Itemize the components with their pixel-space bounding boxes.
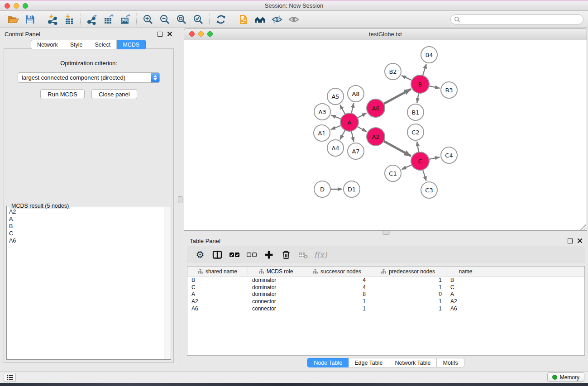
close-window-button[interactable] [5,3,10,9]
table-cell[interactable]: 0 [370,291,446,297]
graph-node-C3[interactable]: C3 [421,182,437,198]
graph-node-A5[interactable]: A5 [327,88,344,105]
delete-row-button[interactable] [277,248,295,262]
table-cell[interactable]: A [187,291,248,297]
mcds-result-item[interactable]: A [9,215,164,223]
minimize-window-button[interactable] [14,3,19,9]
column-header-name[interactable]: name [446,267,485,276]
table-cell[interactable]: 1 [304,298,370,305]
tab-node-table[interactable]: Node Table [307,358,349,367]
run-mcds-button[interactable]: Run MCDS [40,89,85,99]
show-all-button[interactable] [285,13,302,26]
network-minimize-button[interactable] [198,31,204,37]
graph-node-A2[interactable]: A2 [367,128,385,146]
refresh-button[interactable] [212,13,229,26]
tab-style[interactable]: Style [64,40,89,49]
column-header-successor-nodes[interactable]: successor nodes [304,267,370,276]
table-row[interactable]: A6connector11A6 [187,305,584,312]
graph-node-D1[interactable]: D1 [344,181,360,197]
add-row-button[interactable] [260,248,277,262]
table-cell[interactable]: B [446,277,485,283]
table-row[interactable]: Adominator80A [187,291,584,298]
deselect-all-button[interactable] [243,248,260,262]
table-settings-button[interactable]: ⚙ [191,248,209,262]
table-row[interactable]: A2connector11A2 [187,298,584,305]
table-cell[interactable]: 1 [370,298,446,305]
table-cell[interactable]: B [187,277,248,283]
network-zoom-button[interactable] [207,31,213,37]
zoom-window-button[interactable] [23,3,28,9]
mcds-result-item[interactable]: A2 [9,208,164,215]
graph-node-B1[interactable]: B1 [407,104,424,120]
float-panel-icon[interactable] [158,32,163,37]
mcds-result-item[interactable]: C [9,230,164,237]
vertical-split-divider[interactable] [177,28,184,371]
tab-edge-table[interactable]: Edge Table [349,358,389,367]
graph-node-C[interactable]: C [411,152,429,170]
graph-node-C2[interactable]: C2 [407,124,424,140]
export-network-button[interactable] [83,13,100,26]
graph-node-B4[interactable]: B4 [421,47,437,63]
graph-node-A[interactable]: A [340,113,359,131]
export-table-button[interactable] [100,13,117,26]
table-cell[interactable]: A [446,291,485,297]
table-cell[interactable]: dominator [248,291,304,297]
table-row[interactable]: Cdominator41C [187,284,584,291]
graph-node-A7[interactable]: A7 [348,143,364,159]
network-graph[interactable]: B4B2BB3A8A5A6A3B1AC2A1A2A4A7C4CC1C3DD1 [184,40,588,230]
zoom-out-button[interactable] [156,13,173,26]
network-close-button[interactable] [189,31,195,37]
tab-network[interactable]: Network [31,40,64,49]
zoom-fit-button[interactable] [173,13,190,26]
save-session-button[interactable] [21,13,38,26]
import-table-button[interactable] [61,13,77,26]
table-cell[interactable]: connector [248,298,304,305]
new-network-from-selection-button[interactable] [235,13,252,26]
table-cell[interactable]: 4 [304,277,370,283]
tab-motifs[interactable]: Motifs [437,358,464,367]
table-cell[interactable]: A6 [187,305,248,312]
mcds-result-item[interactable]: B [9,223,164,230]
table-cell[interactable]: 1 [370,277,446,283]
column-header-shared-name[interactable]: shared name [187,267,248,276]
graph-node-A4[interactable]: A4 [327,140,344,156]
network-canvas[interactable]: B4B2BB3A8A5A6A3B1AC2A1A2A4A7C4CC1C3DD1 [184,40,587,230]
float-panel-icon[interactable] [568,238,573,243]
open-session-button[interactable] [5,13,21,26]
graph-node-A8[interactable]: A8 [348,86,364,102]
table-cell[interactable]: C [187,284,248,291]
table-cell[interactable]: dominator [248,277,304,283]
zoom-selected-button[interactable] [190,13,206,26]
import-network-button[interactable] [44,13,61,26]
table-cell[interactable]: 1 [370,305,446,312]
close-panel-icon[interactable] [578,238,582,243]
graph-node-A6[interactable]: A6 [367,99,385,117]
column-header-MCDS-role[interactable]: MCDS role [248,267,304,276]
hide-selected-button[interactable] [268,13,285,26]
table-cell[interactable]: connector [248,305,304,312]
divider-grip-icon[interactable] [178,196,182,203]
mcds-result-item[interactable]: A6 [9,237,164,244]
criterion-dropdown[interactable]: largest connected component (directed) [18,72,160,83]
horizontal-split-divider[interactable] [184,231,588,235]
tab-network-table[interactable]: Network Table [389,358,437,367]
close-panel-button[interactable]: Close panel [91,89,137,99]
column-header-predecessor-nodes[interactable]: predecessor nodes [370,267,446,276]
split-panel-button[interactable] [209,248,226,262]
search-input[interactable] [463,16,580,23]
memory-button[interactable]: Memory [547,372,584,382]
result-scrollbar[interactable] [164,207,170,359]
select-all-button[interactable] [226,248,243,262]
graph-node-D[interactable]: D [314,181,330,197]
close-panel-icon[interactable] [167,32,172,36]
table-cell[interactable]: A2 [187,298,248,305]
graph-node-A1[interactable]: A1 [314,125,330,141]
divider-grip-icon[interactable] [382,231,389,235]
task-history-button[interactable] [4,373,16,382]
search-field[interactable] [450,14,583,24]
zoom-in-button[interactable] [139,13,156,26]
table-cell[interactable]: 1 [304,305,370,312]
table-cell[interactable]: 4 [304,284,370,291]
delete-table-button[interactable] [295,248,312,262]
graph-node-B3[interactable]: B3 [441,82,457,98]
